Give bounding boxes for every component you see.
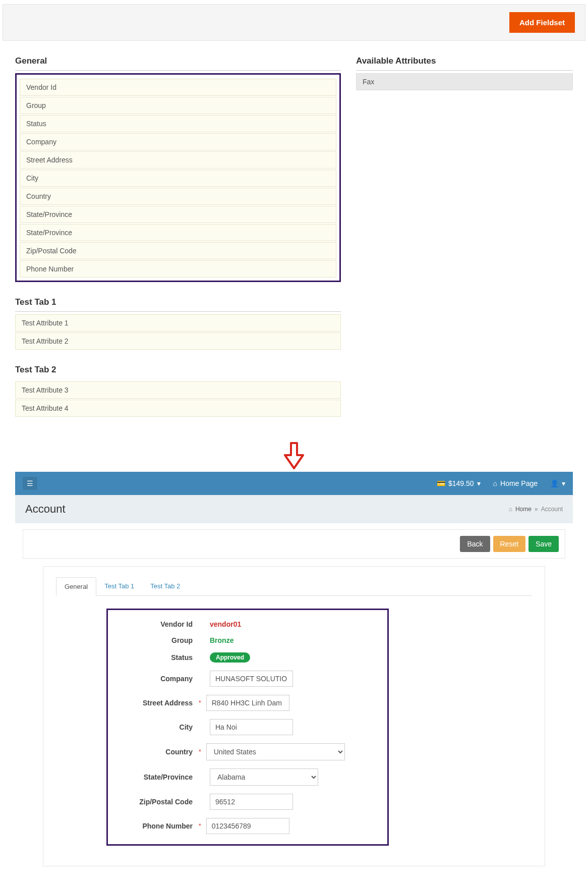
attr-status[interactable]: Status xyxy=(20,115,336,132)
actions-bar: Back Reset Save xyxy=(23,529,565,559)
phone-field[interactable] xyxy=(206,818,289,834)
app-topbar: ☰ 💳 $149.50 ▾ ⌂ Home Page 👤 ▾ xyxy=(15,472,573,495)
label-city: City xyxy=(121,723,199,731)
attr-group[interactable]: Group xyxy=(20,97,336,114)
dashboard-icon: ⌂ xyxy=(509,506,512,513)
arrow-down-icon xyxy=(0,442,588,469)
tab-general[interactable]: General xyxy=(56,577,96,596)
country-select[interactable]: United States xyxy=(206,743,345,760)
street-field[interactable] xyxy=(206,695,289,711)
tab-testtab1[interactable]: Test Tab 1 xyxy=(96,577,142,596)
testtab2-attribute-list: Test Attribute 3 Test Attribute 4 xyxy=(15,381,341,417)
label-group: Group xyxy=(121,636,199,644)
home-icon: ⌂ xyxy=(493,479,497,487)
section-title-testtab1: Test Tab 1 xyxy=(15,297,341,312)
value-group: Bronze xyxy=(210,636,233,644)
balance-value: $149.50 xyxy=(448,479,474,487)
form-area: Vendor Id vendor01 Group Bronze Status A… xyxy=(106,609,389,846)
attr-test-4[interactable]: Test Attribute 4 xyxy=(15,400,341,417)
label-vendor-id: Vendor Id xyxy=(121,620,199,628)
attr-test-3[interactable]: Test Attribute 3 xyxy=(15,381,341,399)
hamburger-icon[interactable]: ☰ xyxy=(23,477,37,490)
back-button[interactable]: Back xyxy=(460,536,490,552)
attr-state-1[interactable]: State/Province xyxy=(20,206,336,223)
label-company: Company xyxy=(121,675,199,683)
app-header: Account ⌂ Home » Account xyxy=(15,495,573,523)
company-field[interactable] xyxy=(210,671,293,687)
content-panel: General Test Tab 1 Test Tab 2 Vendor Id … xyxy=(43,566,545,866)
attr-test-1[interactable]: Test Attribute 1 xyxy=(15,314,341,332)
label-zip: Zip/Postal Code xyxy=(121,798,199,806)
caret-down-icon: ▾ xyxy=(562,479,565,487)
section-title-testtab2: Test Tab 2 xyxy=(15,365,341,379)
available-attr-fax[interactable]: Fax xyxy=(356,73,573,90)
label-state: State/Province xyxy=(121,773,199,781)
city-field[interactable] xyxy=(210,719,293,735)
add-fieldset-button[interactable]: Add Fieldset xyxy=(509,12,575,33)
attr-test-2[interactable]: Test Attribute 2 xyxy=(15,333,341,350)
user-icon: 👤 xyxy=(550,479,559,487)
user-menu[interactable]: 👤 ▾ xyxy=(550,479,565,487)
tabs: General Test Tab 1 Test Tab 2 xyxy=(56,577,532,596)
reset-button[interactable]: Reset xyxy=(493,536,526,552)
value-vendor-id: vendor01 xyxy=(210,620,241,628)
save-button[interactable]: Save xyxy=(528,536,559,552)
caret-down-icon: ▾ xyxy=(477,479,481,487)
attr-company[interactable]: Company xyxy=(20,133,336,150)
attr-city[interactable]: City xyxy=(20,170,336,187)
attr-state-2[interactable]: State/Province xyxy=(20,224,336,241)
label-phone: Phone Number xyxy=(121,822,199,830)
state-select[interactable]: Alabama xyxy=(210,768,318,786)
toolbar: Add Fieldset xyxy=(3,4,585,41)
general-attribute-list: Vendor Id Group Status Company Street Ad… xyxy=(15,73,341,282)
attr-street[interactable]: Street Address xyxy=(20,151,336,169)
home-page-label: Home Page xyxy=(500,479,538,487)
card-icon: 💳 xyxy=(437,479,445,487)
page-title: Account xyxy=(25,503,66,516)
attr-zip[interactable]: Zip/Postal Code xyxy=(20,242,336,259)
attr-country[interactable]: Country xyxy=(20,188,336,205)
section-title-general: General xyxy=(15,56,341,71)
attr-phone[interactable]: Phone Number xyxy=(20,260,336,278)
attr-vendor-id[interactable]: Vendor Id xyxy=(20,79,336,96)
breadcrumb-separator: » xyxy=(535,506,538,513)
label-street: Street Address xyxy=(121,699,199,707)
breadcrumb-current: Account xyxy=(541,506,563,513)
label-status: Status xyxy=(121,653,199,662)
home-page-link[interactable]: ⌂ Home Page xyxy=(493,479,538,487)
breadcrumb: ⌂ Home » Account xyxy=(509,506,563,513)
embedded-app: ☰ 💳 $149.50 ▾ ⌂ Home Page 👤 ▾ Account ⌂ … xyxy=(15,472,573,866)
balance-button[interactable]: 💳 $149.50 ▾ xyxy=(437,479,481,487)
label-country: Country xyxy=(121,748,199,756)
zip-field[interactable] xyxy=(210,794,293,810)
breadcrumb-home[interactable]: Home xyxy=(515,506,532,513)
section-title-available: Available Attributes xyxy=(356,56,573,71)
tab-testtab2[interactable]: Test Tab 2 xyxy=(142,577,188,596)
status-badge: Approved xyxy=(210,652,250,663)
testtab1-attribute-list: Test Attribute 1 Test Attribute 2 xyxy=(15,314,341,350)
